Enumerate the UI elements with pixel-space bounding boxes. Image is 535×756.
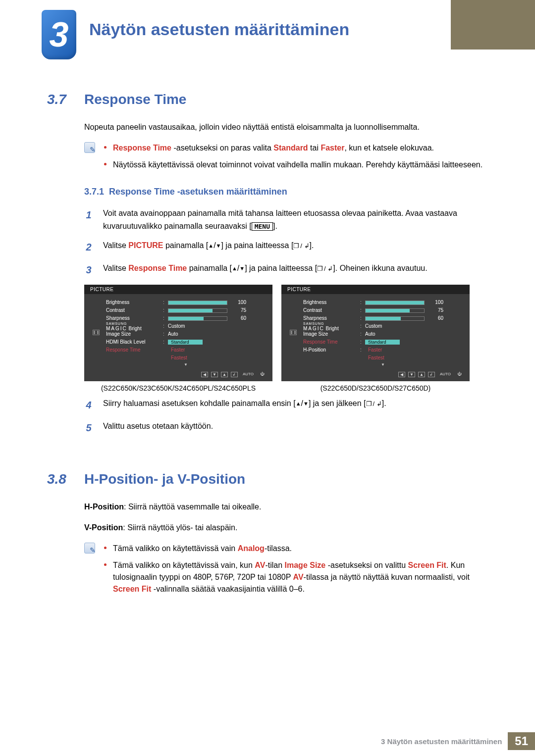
down-arrow-icon (239, 264, 245, 273)
osd-title: PICTURE (281, 285, 470, 294)
vposition-desc: V-Position: Siirrä näyttöä ylös- tai ala… (84, 522, 495, 534)
note-item: Tämä valikko on käytettävissä vain Analo… (102, 543, 495, 559)
down-arrow-icon (303, 400, 309, 408)
footer-label: 3 Näytön asetusten määrittäminen (381, 737, 502, 746)
section-3-8-heading: 3.8 H-Position- ja V-Position (47, 471, 495, 487)
enter-icon (317, 264, 333, 274)
osd-screenshots-row: PICTURE Brightness:100 Contrast:75 Sharp… (84, 285, 495, 392)
osd-panel-right: PICTURE Brightness:100 Contrast:75 Sharp… (281, 285, 470, 381)
note-item: Tämä valikko on käytettävissä vain, kun … (102, 559, 495, 600)
down-arrow-icon (216, 242, 221, 251)
up-arrow-icon (296, 400, 301, 408)
section-intro: Nopeuta paneelin vastausaikaa, jolloin v… (84, 121, 495, 133)
osd-footer: ◀▼▲↲AUTO⏻ (84, 370, 272, 377)
osd-wrap-1: PICTURE Brightness:100 Contrast:75 Sharp… (84, 285, 272, 392)
page-content: 3.7 Response Time Nopeuta paneelin vasta… (47, 92, 495, 611)
note-item: Näytössä käytettävissä olevat toiminnot … (102, 159, 495, 176)
note-icon (84, 142, 95, 153)
menu-key: MENU (252, 222, 273, 231)
osd-title: PICTURE (84, 285, 272, 294)
footer-page-number: 51 (508, 732, 535, 750)
step-4: 4 Siirry haluamasi asetuksen kohdalle pa… (84, 397, 495, 413)
page-footer: 3 Näytön asetusten määrittäminen 51 (381, 732, 535, 750)
chapter-title: Näytön asetusten määrittäminen (89, 20, 349, 39)
osd-caption-2: (S22C650D/S23C650D/S27C650D) (281, 384, 470, 392)
enter-icon (366, 399, 382, 409)
note-item: Response Time -asetukseksi on paras vali… (102, 142, 495, 159)
hposition-desc: H-Position: Siirrä näyttöä vasemmalle ta… (84, 501, 495, 513)
step-1: 1 Voit avata avainoppaan painamalla mitä… (84, 207, 495, 232)
section-3-7-heading: 3.7 Response Time (47, 92, 495, 107)
osd-footer: ◀▼▲↲AUTO⏻ (281, 370, 470, 377)
section-title: Response Time (84, 92, 186, 107)
section-number: 3.8 (47, 471, 74, 487)
note-block-2: Tämä valikko on käytettävissä vain Analo… (84, 543, 495, 600)
osd-side-icon (290, 330, 297, 335)
up-arrow-icon (208, 242, 214, 251)
subsection-heading: 3.7.1 Response Time -asetuksen määrittäm… (84, 187, 495, 197)
osd-side-icon (93, 330, 100, 335)
enter-icon (293, 241, 309, 252)
step-5: 5 Valittu asetus otetaan käyttöön. (84, 420, 495, 436)
osd-scroll-indicator: ▼ (303, 361, 463, 367)
osd-scroll-indicator: ▼ (106, 361, 266, 367)
chapter-number-tab: 3 (42, 10, 76, 59)
section-number: 3.7 (47, 92, 74, 107)
osd-wrap-2: PICTURE Brightness:100 Contrast:75 Sharp… (281, 285, 470, 392)
step-3: 3 Valitse Response Time painamalla [/] j… (84, 262, 495, 278)
osd-panel-left: PICTURE Brightness:100 Contrast:75 Sharp… (84, 285, 272, 381)
note-icon (84, 543, 95, 554)
inline-bold: Response Time (113, 144, 171, 152)
osd-caption-1: (S22C650K/S23C650K/S24C650PL/S24C650PLS (84, 384, 272, 392)
note-block-1: Response Time -asetukseksi on paras vali… (84, 142, 495, 176)
top-corner-decor (451, 0, 535, 50)
step-2: 2 Valitse PICTURE painamalla [/] ja pain… (84, 239, 495, 255)
up-arrow-icon (232, 264, 237, 273)
section-title: H-Position- ja V-Position (84, 471, 245, 487)
